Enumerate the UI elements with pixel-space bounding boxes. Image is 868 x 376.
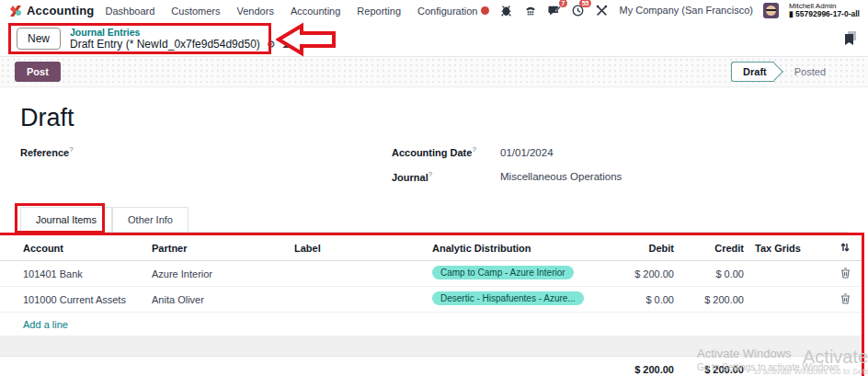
user-avatar[interactable] <box>763 3 779 18</box>
menu-reporting[interactable]: Reporting <box>357 6 401 17</box>
breadcrumb-journal-entries-link[interactable]: Journal Entries <box>70 27 307 39</box>
form-sheet: Draft Reference? Accounting Date? 01/01/… <box>0 87 868 376</box>
app-name: Accounting <box>27 4 95 17</box>
control-panel: New Journal Entries Draft Entry (* NewId… <box>0 21 868 57</box>
notebook-tabs: Journal Items Other Info <box>20 207 848 233</box>
state-widget: Draft Posted <box>731 62 837 82</box>
col-credit[interactable]: Credit <box>674 243 744 254</box>
col-tax-grids[interactable]: Tax Grids <box>744 243 839 254</box>
accounting-date-input[interactable]: 01/01/2024 <box>500 147 554 158</box>
main-area: Draft Reference? Accounting Date? 01/01/… <box>0 87 868 376</box>
attachments-bookmark-icon[interactable] <box>844 31 857 45</box>
activities-clock-icon[interactable]: 55 <box>571 4 585 17</box>
tab-other-info[interactable]: Other Info <box>112 207 188 232</box>
menu-dashboard[interactable]: Dashboard <box>106 6 155 17</box>
menu-configuration[interactable]: Configuration <box>417 6 477 17</box>
cell-analytic: Desertic - Hispafuentes - Azure... <box>432 291 602 307</box>
bug-icon[interactable] <box>499 4 513 17</box>
help-mark: ? <box>428 170 432 178</box>
add-line-row: Add a line <box>0 313 862 336</box>
user-menu[interactable]: Mitchell Admin ▮ 55792996-17-0-all <box>789 2 860 19</box>
journal-items-table: Account Partner Label Analytic Distribut… <box>0 233 864 376</box>
total-credit: $ 200.00 <box>674 364 744 375</box>
accounting-date-label: Accounting Date? <box>392 145 500 158</box>
messages-icon[interactable]: 7 <box>547 4 561 17</box>
table-header-row: Account Partner Label Analytic Distribut… <box>0 235 862 261</box>
odoo-accounting-logo[interactable]: Accounting <box>9 4 95 17</box>
record-title: Draft <box>20 104 868 132</box>
col-debit[interactable]: Debit <box>602 243 674 254</box>
tools-icon[interactable] <box>595 4 609 17</box>
delete-row-icon[interactable] <box>840 269 851 280</box>
activities-badge: 55 <box>579 0 592 7</box>
main-menu: Dashboard Customers Vendors Accounting R… <box>106 6 478 17</box>
avatar-glasses <box>766 9 776 11</box>
reference-label: Reference? <box>20 145 129 158</box>
col-partner[interactable]: Partner <box>152 243 294 254</box>
company-switcher[interactable]: My Company (San Francisco) <box>619 5 753 16</box>
cell-credit[interactable]: $ 0.00 <box>674 268 744 279</box>
phone-icon[interactable] <box>523 4 537 17</box>
post-button[interactable]: Post <box>15 62 61 82</box>
tab-journal-items[interactable]: Journal Items <box>20 207 112 232</box>
analytic-tag[interactable]: Desertic - Hispafuentes - Azure... <box>432 291 584 305</box>
totals-row: $ 200.00 $ 200.00 <box>0 357 862 376</box>
total-debit: $ 200.00 <box>602 364 674 375</box>
cell-analytic: Camp to Camp - Azure Interior <box>432 266 602 281</box>
journal-input[interactable]: Miscellaneous Operations <box>500 171 622 182</box>
menu-customers[interactable]: Customers <box>171 6 220 17</box>
app-logo-icon <box>9 5 22 17</box>
col-label[interactable]: Label <box>294 243 432 254</box>
gear-actions-icon[interactable]: ⚙ <box>267 40 276 50</box>
journal-label: Journal? <box>392 170 500 183</box>
breadcrumb-current-record: Draft Entry (* NewId_0x7fe9d54d9d50) <box>70 38 260 51</box>
table-row[interactable]: 101401 Bank Azure Interior Camp to Camp … <box>0 261 862 287</box>
cell-debit[interactable]: $ 200.00 <box>602 268 674 279</box>
cell-credit[interactable]: $ 200.00 <box>674 294 744 305</box>
cell-account[interactable]: 101000 Current Assets <box>23 294 152 305</box>
menu-vendors[interactable]: Vendors <box>237 6 274 17</box>
form-statusbar: Post Draft Posted <box>0 57 868 87</box>
cell-partner[interactable]: Anita Oliver <box>152 294 294 305</box>
analytic-tag[interactable]: Camp to Camp - Azure Interior <box>432 266 574 279</box>
field-zone: Reference? Accounting Date? 01/01/2024 J… <box>0 145 868 194</box>
new-button[interactable]: New <box>17 28 61 50</box>
messages-badge: 7 <box>559 0 568 7</box>
optional-columns-icon[interactable] <box>839 242 851 255</box>
cell-account[interactable]: 101401 Bank <box>23 268 152 279</box>
help-mark: ? <box>69 145 73 154</box>
table-spacer <box>0 336 862 357</box>
cell-debit[interactable]: $ 0.00 <box>602 294 674 305</box>
breadcrumb: Journal Entries Draft Entry (* NewId_0x7… <box>70 27 307 51</box>
col-account[interactable]: Account <box>23 243 152 254</box>
col-analytic-distribution[interactable]: Analytic Distribution <box>432 243 602 254</box>
top-navbar: Accounting Dashboard Customers Vendors A… <box>0 0 868 21</box>
menu-accounting[interactable]: Accounting <box>291 6 340 17</box>
help-mark: ? <box>472 145 475 154</box>
cell-partner[interactable]: Azure Interior <box>152 268 294 279</box>
stage-draft[interactable]: Draft <box>731 62 774 82</box>
stage-posted[interactable]: Posted <box>783 63 837 81</box>
record-indicator-icon <box>481 6 489 15</box>
user-build-info: ▮ 55792996-17-0-all <box>789 10 860 19</box>
navbar-systray: 7 55 My Company (San Francisco) Mitchell… <box>481 2 860 19</box>
table-row[interactable]: 101000 Current Assets Anita Oliver Deser… <box>0 287 862 313</box>
delete-row-icon[interactable] <box>840 295 851 306</box>
add-a-line-link[interactable]: Add a line <box>23 319 68 330</box>
annotation-arrow-left <box>276 22 338 57</box>
